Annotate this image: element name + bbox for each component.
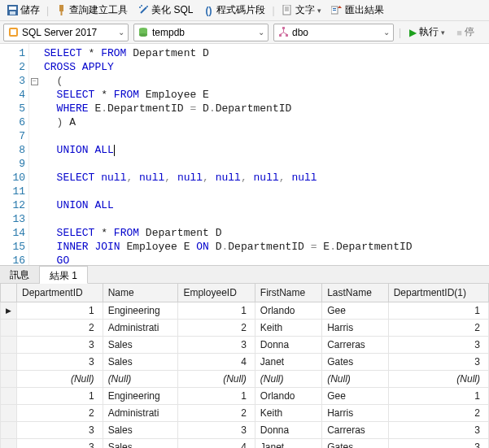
cell[interactable]: 2 xyxy=(388,320,488,337)
cell[interactable]: Sales xyxy=(103,337,178,354)
cell[interactable]: Donna xyxy=(255,422,321,439)
code-area[interactable]: SELECT * FROM Department DCROSS APPLY ( … xyxy=(39,44,489,265)
table-row[interactable]: 3Sales4JanetGates3 xyxy=(1,354,489,371)
cell[interactable]: 3 xyxy=(17,439,103,449)
database-dropdown[interactable]: tempdb ⌄ xyxy=(133,24,269,41)
row-handle[interactable] xyxy=(1,337,17,354)
cell[interactable]: (Null) xyxy=(178,371,255,388)
result-tabs: 訊息 結果 1 xyxy=(0,265,489,283)
cell[interactable]: Orlando xyxy=(255,302,321,320)
cell[interactable]: Sales xyxy=(103,354,178,371)
tab-messages[interactable]: 訊息 xyxy=(0,266,40,283)
cell[interactable]: Carreras xyxy=(322,337,389,354)
row-handle[interactable] xyxy=(1,354,17,371)
cell[interactable]: Donna xyxy=(255,337,321,354)
cell[interactable]: Sales xyxy=(103,422,178,439)
cell[interactable]: 3 xyxy=(17,422,103,439)
cell[interactable]: 3 xyxy=(388,337,488,354)
cell[interactable]: 4 xyxy=(178,354,255,371)
cell[interactable]: 2 xyxy=(178,320,255,337)
row-handle[interactable] xyxy=(1,371,17,388)
cell[interactable]: 1 xyxy=(17,388,103,405)
save-button[interactable]: 儲存 xyxy=(3,2,43,19)
cell[interactable]: 3 xyxy=(388,354,488,371)
cell[interactable]: Engineering xyxy=(103,388,178,405)
row-handle[interactable] xyxy=(1,388,17,405)
stop-button[interactable]: ■ 停 xyxy=(453,24,478,41)
cell[interactable]: 1 xyxy=(17,302,103,320)
column-header[interactable]: FirstName xyxy=(255,284,321,302)
cell[interactable]: Carreras xyxy=(322,422,389,439)
column-header[interactable]: DepartmentID xyxy=(17,284,103,302)
cell[interactable]: Gates xyxy=(322,439,389,449)
table-row[interactable]: (Null)(Null)(Null)(Null)(Null)(Null) xyxy=(1,371,489,388)
sql-editor[interactable]: 12345678910111213141516 − SELECT * FROM … xyxy=(0,44,489,265)
cell[interactable]: Administrati xyxy=(103,405,178,422)
cell[interactable]: Orlando xyxy=(255,388,321,405)
table-row[interactable]: 2Administrati2KeithHarris2 xyxy=(1,320,489,337)
row-handle[interactable] xyxy=(1,405,17,422)
column-header[interactable]: Name xyxy=(103,284,178,302)
row-handle[interactable] xyxy=(1,320,17,337)
table-row[interactable]: 3Sales3DonnaCarreras3 xyxy=(1,422,489,439)
snippet-button[interactable]: () 程式碼片段 xyxy=(199,2,269,19)
table-row[interactable]: 3Sales4JanetGates3 xyxy=(1,439,489,449)
table-row[interactable]: ▶1Engineering1OrlandoGee1 xyxy=(1,302,489,320)
doc-icon xyxy=(282,5,293,16)
cell[interactable]: (Null) xyxy=(255,371,321,388)
results-grid[interactable]: DepartmentIDNameEmployeeIDFirstNameLastN… xyxy=(0,283,489,448)
cell[interactable]: 2 xyxy=(178,405,255,422)
cell[interactable]: (Null) xyxy=(17,371,103,388)
cell[interactable]: 2 xyxy=(17,405,103,422)
cell[interactable]: 3 xyxy=(178,337,255,354)
cell[interactable]: 3 xyxy=(388,439,488,449)
tab-result1[interactable]: 結果 1 xyxy=(40,266,88,284)
cell[interactable]: 3 xyxy=(17,354,103,371)
column-header[interactable]: DepartmentID(1) xyxy=(388,284,488,302)
cell[interactable]: 3 xyxy=(17,337,103,354)
cell[interactable]: Gates xyxy=(322,354,389,371)
cell[interactable]: 1 xyxy=(178,302,255,320)
cell[interactable]: Administrati xyxy=(103,320,178,337)
cell[interactable]: Keith xyxy=(255,405,321,422)
cell[interactable]: 3 xyxy=(178,422,255,439)
cell[interactable]: (Null) xyxy=(388,371,488,388)
column-header[interactable]: EmployeeID xyxy=(178,284,255,302)
cell[interactable]: 1 xyxy=(388,302,488,320)
schema-icon xyxy=(277,27,289,38)
row-handle[interactable]: ▶ xyxy=(1,302,17,320)
cell[interactable]: Janet xyxy=(255,439,321,449)
cell[interactable]: (Null) xyxy=(322,371,389,388)
schema-dropdown[interactable]: dbo ⌄ xyxy=(273,24,394,41)
query-builder-button[interactable]: 查詢建立工具 xyxy=(52,2,131,19)
cell[interactable]: 1 xyxy=(178,388,255,405)
cell[interactable]: Engineering xyxy=(103,302,178,320)
beautify-button[interactable]: 美化 SQL xyxy=(134,2,196,19)
cell[interactable]: 3 xyxy=(388,422,488,439)
cell[interactable]: Gee xyxy=(322,302,389,320)
cell[interactable]: 4 xyxy=(178,439,255,449)
column-header[interactable]: LastName xyxy=(322,284,389,302)
cell[interactable]: Sales xyxy=(103,439,178,449)
cell[interactable]: 1 xyxy=(388,388,488,405)
cell[interactable]: Janet xyxy=(255,354,321,371)
table-row[interactable]: 1Engineering1OrlandoGee1 xyxy=(1,388,489,405)
cell[interactable]: 2 xyxy=(388,405,488,422)
cell[interactable]: Harris xyxy=(322,405,389,422)
server-dropdown[interactable]: SQL Server 2017 ⌄ xyxy=(3,24,129,41)
table-row[interactable]: 3Sales3DonnaCarreras3 xyxy=(1,337,489,354)
cell[interactable]: 2 xyxy=(17,320,103,337)
table-row[interactable]: 2Administrati2KeithHarris2 xyxy=(1,405,489,422)
text-button[interactable]: 文字 ▾ xyxy=(278,2,325,19)
svg-rect-3 xyxy=(59,5,63,11)
row-handle[interactable] xyxy=(1,422,17,439)
text-label: 文字 xyxy=(295,3,315,17)
run-label: 執行 xyxy=(419,25,439,39)
row-handle[interactable] xyxy=(1,439,17,449)
export-button[interactable]: 匯出結果 xyxy=(328,2,387,19)
cell[interactable]: Keith xyxy=(255,320,321,337)
cell[interactable]: Gee xyxy=(322,388,389,405)
cell[interactable]: Harris xyxy=(322,320,389,337)
run-button[interactable]: ▶ 執行 ▾ xyxy=(406,24,448,41)
cell[interactable]: (Null) xyxy=(103,371,178,388)
